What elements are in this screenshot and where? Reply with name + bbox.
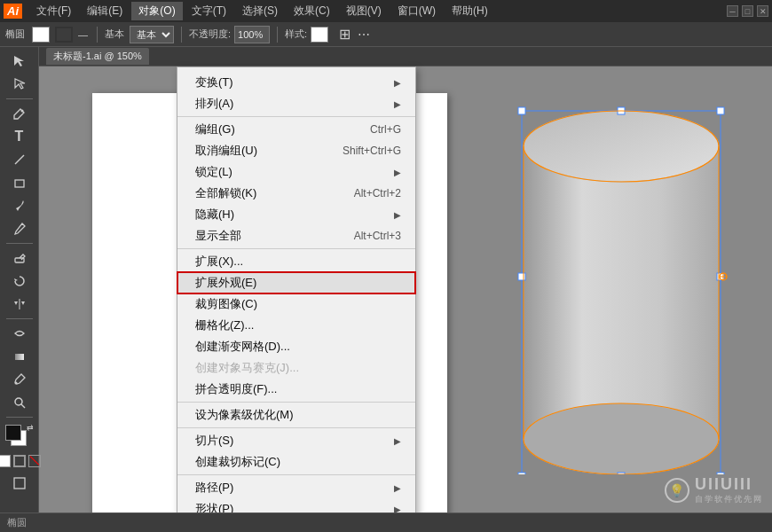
minimize-button[interactable]: ─ [727,5,738,17]
direct-select-tool[interactable] [4,74,35,95]
gradient-tool[interactable] [4,346,35,367]
canvas-workspace: 变换(T) ▶ 排列(A) ▶ 编组(G) Ctrl+G [39,66,772,512]
menu-item-slice[interactable]: 切片(S) ▶ [177,430,415,451]
menu-item-mosaic-label: 创建对象马赛克(J)... [195,360,299,376]
menu-item-show-all[interactable]: 显示全部 Alt+Ctrl+3 [177,225,415,246]
menu-file[interactable]: 文件(F) [29,2,78,20]
submenu-arrow-transform: ▶ [394,78,401,88]
menu-effect[interactable]: 效果(C) [287,2,337,20]
type-tool[interactable]: T [4,126,35,147]
close-button[interactable]: ✕ [757,5,768,17]
pen-tool[interactable] [4,103,35,124]
maximize-button[interactable]: □ [742,5,753,17]
line-tool[interactable] [4,149,35,170]
menu-item-show-all-shortcut: Alt+Ctrl+3 [354,230,401,242]
menu-bar: 文件(F) 编辑(E) 对象(O) 文字(T) 选择(S) 效果(C) 视图(V… [29,2,727,20]
menu-item-path[interactable]: 路径(P) ▶ [177,477,415,498]
menu-item-unlock-all-label: 全部解锁(K) [195,185,256,201]
menu-item-group[interactable]: 编组(G) Ctrl+G [177,119,415,140]
status-text: 椭圆 [7,516,27,529]
menu-item-unlock-all[interactable]: 全部解锁(K) Alt+Ctrl+2 [177,183,415,204]
select-tool[interactable] [4,51,35,72]
menu-item-group-shortcut: Ctrl+G [370,123,401,136]
svg-marker-5 [14,301,18,305]
canvas-tab-item[interactable]: 未标题-1.ai @ 150% [46,48,149,65]
rotate-tool[interactable] [4,270,35,292]
swap-colors-icon[interactable]: ⇄ [27,423,34,432]
tool-separator-3 [6,318,33,319]
menu-item-crop-image-label: 裁剪图像(C) [195,296,257,312]
zoom-tool[interactable] [4,392,35,413]
arrange-icon[interactable]: ⊞ [339,26,351,43]
menu-section-5: 切片(S) ▶ 创建裁切标记(C) [177,428,415,475]
pencil-tool[interactable] [4,218,35,239]
svg-marker-6 [21,301,25,305]
screen-mode-btn[interactable] [4,473,35,494]
title-bar: Ai 文件(F) 编辑(E) 对象(O) 文字(T) 选择(S) 效果(C) 视… [0,0,772,22]
color-selector[interactable]: ⇄ [4,423,35,451]
stroke-weight-indicator: — [78,29,88,40]
mirror-tool[interactable] [4,293,35,315]
menu-section-1: 变换(T) ▶ 排列(A) ▶ [177,70,415,117]
mode-select[interactable]: 基本 [130,26,174,43]
menu-text[interactable]: 文字(T) [185,2,233,20]
menu-help[interactable]: 帮助(H) [445,2,495,20]
menu-edit[interactable]: 编辑(E) [80,2,130,20]
menu-item-gradient-mesh[interactable]: 创建渐变网格(D)... [177,336,415,357]
menu-select[interactable]: 选择(S) [235,2,285,20]
menu-item-lock[interactable]: 锁定(L) ▶ [177,161,415,183]
fill-mode-btn[interactable] [0,455,11,467]
menu-item-create-trim-marks[interactable]: 创建裁切标记(C) [177,451,415,473]
menu-item-crop-image[interactable]: 裁剪图像(C) [177,293,415,315]
menu-item-expand[interactable]: 扩展(X)... [177,251,415,272]
menu-window[interactable]: 窗口(W) [390,2,443,20]
menu-item-gradient-mesh-label: 创建渐变网格(D)... [195,339,290,355]
menu-item-create-trim-marks-label: 创建裁切标记(C) [195,454,280,470]
menu-item-arrange[interactable]: 排列(A) ▶ [177,93,415,114]
menu-item-expand-appearance-label: 扩展外观(E) [195,275,256,291]
color-mode-btns [0,455,41,467]
menu-item-expand-appearance[interactable]: 扩展外观(E) [177,272,415,293]
eraser-tool[interactable] [4,247,35,269]
menu-view[interactable]: 视图(V) [339,2,389,20]
menu-section-6: 路径(P) ▶ 形状(P) ▶ 图案(E) ▶ 混合(B) [177,475,415,512]
menu-item-flatten-transparency[interactable]: 拼合透明度(F)... [177,379,415,400]
svg-rect-11 [14,478,25,489]
tool-separator-4 [6,417,33,418]
menu-item-flatten-transparency-label: 拼合透明度(F)... [195,381,277,397]
style-swatch[interactable] [311,27,328,43]
tool-separator-2 [6,243,33,244]
menu-item-ungroup-label: 取消编组(U) [195,143,257,159]
submenu-arrow-slice: ▶ [394,436,401,446]
menu-item-hide[interactable]: 隐藏(H) ▶ [177,204,415,225]
menu-object[interactable]: 对象(O) [131,2,182,20]
main-area: T [0,47,772,512]
stroke-mode-btn[interactable] [13,455,26,467]
opacity-input[interactable] [234,26,270,43]
status-bar: 椭圆 [0,512,772,532]
menu-section-2: 编组(G) Ctrl+G 取消编组(U) Shift+Ctrl+G 锁定(L) … [177,117,415,249]
menu-item-mosaic: 创建对象马赛克(J)... [177,357,415,379]
submenu-arrow-shape: ▶ [394,505,401,513]
menu-item-shape[interactable]: 形状(P) ▶ [177,498,415,512]
menu-item-ungroup-shortcut: Shift+Ctrl+G [343,145,401,157]
submenu-arrow-hide: ▶ [394,210,401,220]
paintbrush-tool[interactable] [4,195,35,216]
stroke-color-swatch[interactable] [55,27,73,43]
menu-item-pixel-perfect[interactable]: 设为像素级优化(M) [177,404,415,426]
menu-item-transform[interactable]: 变换(T) ▶ [177,72,415,93]
submenu-arrow-lock: ▶ [394,168,401,177]
menu-item-transform-label: 变换(T) [195,74,233,90]
more-options-icon[interactable]: ⋯ [358,27,370,42]
width-tool[interactable] [4,323,35,344]
fill-color-swatch[interactable] [32,27,50,43]
canvas-tab-bar: 未标题-1.ai @ 150% [39,47,772,66]
eyedropper-tool[interactable] [4,369,35,390]
rect-tool[interactable] [4,172,35,193]
submenu-arrow-arrange: ▶ [394,99,401,109]
menu-item-expand-label: 扩展(X)... [195,254,243,270]
style-label: 样式: [285,27,307,41]
menu-item-ungroup[interactable]: 取消编组(U) Shift+Ctrl+G [177,140,415,161]
menu-item-rasterize[interactable]: 栅格化(Z)... [177,315,415,336]
toolbar-separator-3 [277,27,278,43]
